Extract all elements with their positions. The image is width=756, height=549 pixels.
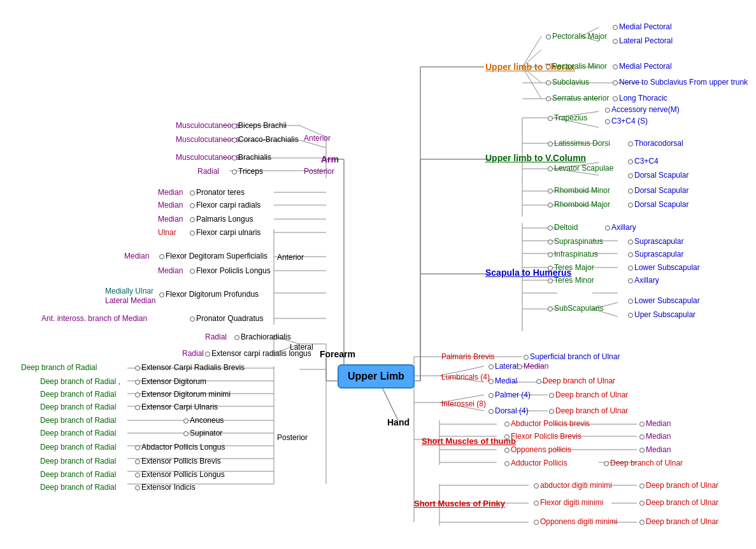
nerve-subclavius: Nerve to Subclavius From upper trunk — [611, 78, 748, 87]
thoracodorsal: Thoracodorsal — [627, 139, 683, 148]
palmaris-longus: Palmaris Longus — [189, 215, 253, 224]
brachialis: Brachialis — [231, 153, 271, 162]
medially-ulnar: Medially Ulnar — [105, 287, 153, 296]
deep-branch-ulnar-lumbrical: Deep branch of Ulnar — [535, 376, 615, 385]
brachioradialis: Brachioradialis — [233, 332, 291, 341]
median-4: Median — [124, 252, 149, 260]
medial-lumbrical: Medial — [487, 376, 517, 385]
flexor-carpi-ulnaris: Flexor carpi ulnaris — [189, 228, 260, 237]
axillary-2: Axillary — [627, 276, 659, 285]
flexor-policis: Flexor Policlis Longus — [189, 266, 271, 275]
accessory-nerve: Accessory nerve(M) — [604, 105, 680, 114]
flexor-policis-brevis: Flexor Policlis Brevis — [503, 432, 581, 441]
palmer-4: Palmer (4) — [487, 390, 531, 399]
lateral-median: Lateral Median — [105, 296, 155, 305]
extensor-carpi-ulnaris: Extensor Carpi Ulnaris — [134, 403, 218, 411]
pronator-quadratus: Pronator Quadratus — [189, 314, 263, 323]
deep-radial-5: Deep branch of Radial — [40, 416, 116, 425]
pronator-teres: Pronator teres — [189, 188, 245, 197]
mind-map: Upper Limb Upper limb to Thorax Pectoral… — [0, 0, 756, 549]
supraspinatus: Supraspinatus — [546, 237, 603, 246]
c3c4: C3+C4 — [627, 157, 659, 166]
radial-1: Radial — [197, 167, 219, 176]
abductor-pollicis-brevis: Abductor Pollicis brevis — [503, 419, 590, 428]
median-thumb-1: Median — [638, 419, 671, 428]
deep-radial-8: Deep branch of Radial — [40, 457, 116, 466]
extensor-indicis: Extensor Indicis — [134, 483, 196, 492]
deep-radial-7: Deep branch of Radial — [40, 443, 116, 452]
section-forearm: Forearm — [320, 349, 355, 359]
rhomboid-minor: Rhomboid Minor — [546, 186, 610, 195]
flexor-carpi-radials: Flexor carpi radials — [189, 201, 260, 210]
long-thoracic: Long Thoracic — [611, 94, 667, 103]
pectoralis-major: Pectoralis Major — [545, 32, 607, 41]
extensor-digitorum: Extensor Digitorum — [134, 377, 206, 386]
medial-pectoral-2: Medial Pectoral — [611, 62, 672, 71]
section-thumb: Short Muscles of thumb — [422, 436, 516, 446]
c3c4-s: C3+C4 (S) — [604, 117, 648, 125]
flexor-degitoram: Flexor Degitoram Superficialis — [158, 252, 267, 260]
opponens-digiti-minimi: Opponens digiti minimi — [532, 517, 617, 526]
adductor-pollicis: Adductor Pollicis — [503, 459, 567, 467]
dorsal-4: Dorsal (4) — [487, 406, 529, 415]
dorsal-scapular-1: Dorsal Scapular — [627, 171, 688, 180]
center-node: Upper Limb — [338, 364, 415, 389]
suprascapular-1: Suprascapular — [627, 237, 683, 246]
flexor-digiti-minimi: Flexor digiti minimi — [532, 498, 603, 507]
palmaris-brevis: Palmaris Brevis — [441, 352, 494, 361]
trapezius: Trapezius — [546, 113, 587, 122]
deep-branch-ulnar-abductor: Deep branch of Ulnar — [638, 481, 718, 490]
arm-posterior: Posterior — [304, 167, 334, 176]
extensor-digitorum-minimi: Extensor Digitorum minimi — [134, 390, 231, 399]
dorsal-scapular-3: Dorsal Scapular — [627, 200, 688, 209]
axillary-1: Axillary — [604, 223, 636, 232]
median-5: Median — [158, 266, 183, 275]
levator-scapulae: Levator Scapulae — [546, 164, 613, 173]
deep-radial-2: Deep branch of Radial , — [40, 377, 120, 386]
superficial-branch-ulnar: Superficial branch of Ulnar — [522, 352, 620, 361]
section-arm: Arm — [321, 154, 339, 164]
abductor-digiti-minimi: abductor digiti minimi — [532, 481, 612, 490]
medial-pectoral-1: Medial Pectoral — [611, 22, 672, 31]
lower-subscapular-1: Lower Subscapular — [627, 263, 700, 272]
deep-branch-ulnar-palmer: Deep branch of Ulnar — [548, 390, 628, 399]
suprascapular-2: Suprascapular — [627, 250, 683, 259]
extensor-pollicis-longus: Extensor Pollicis Longus — [134, 470, 225, 479]
extensor-carpi-radialis-longus: Extensor carpi radialis longus — [204, 349, 311, 358]
abdactor-pollicis-longus: Abdactor Pollicis Longus — [134, 443, 225, 452]
deep-branch-ulnar-dorsal: Deep branch of Ulnar — [548, 406, 628, 415]
teres-major: Teres Major — [546, 263, 594, 272]
median-3: Median — [158, 215, 183, 224]
deep-branch-ulnar-adductor: Deep branch of Ulnar — [603, 459, 683, 467]
deep-branch-ulnar-opponens: Deep branch of Ulnar — [638, 517, 718, 526]
subscapularis: SubScapularis — [546, 304, 603, 313]
anconeus: Anconeus — [182, 416, 224, 425]
serratus-anterior: Serratus anterior — [545, 94, 609, 103]
teres-minor: Teres Minor — [546, 276, 594, 285]
ulnar-1: Ulnar — [158, 228, 176, 237]
opponens-pollicis: Opponens pollicis — [503, 445, 571, 454]
lateral-lumbrical: Lateral — [487, 362, 518, 371]
section-vcolumn: Upper limb to V.Column — [485, 153, 586, 163]
section-pinky: Short Muscles of Pinky — [414, 499, 505, 508]
median-thumb-2: Median — [638, 432, 671, 441]
biceps-brachii: Biceps Brachii — [231, 121, 287, 130]
radial-2: Radial — [205, 332, 227, 341]
median-1: Median — [158, 188, 183, 197]
extensor-pollicis-brevis: Extensor Pollicis Brevis — [134, 457, 221, 466]
radial-3: Radial — [182, 349, 204, 358]
deep-radial-9: Deep branch of Radial — [40, 470, 116, 479]
flexor-digitorum-profundus: Flexor Digitorum Profundus — [158, 290, 259, 299]
dorsal-scapular-2: Dorsal Scapular — [627, 186, 688, 195]
deep-radial-4: Deep branch of Radial — [40, 403, 116, 411]
deep-radial-6: Deep branch of Radial — [40, 429, 116, 438]
interossei: Interossei (8) — [441, 399, 486, 408]
arm-anterior: Anterior — [304, 134, 331, 143]
latissimus-dorsi: Latissimus Dorsi — [546, 139, 610, 148]
deep-branch-ulnar-flexor: Deep branch of Ulnar — [638, 498, 718, 507]
lower-subscapular-2: Lower Subscapular — [627, 296, 700, 305]
subclavius: Subclavius — [545, 78, 589, 87]
pectoralis-minor: Pectoralis Minor — [545, 62, 607, 71]
supinator: Supinator — [182, 429, 222, 438]
coraco-brachialis: Coraco-Brachialis — [231, 135, 299, 144]
